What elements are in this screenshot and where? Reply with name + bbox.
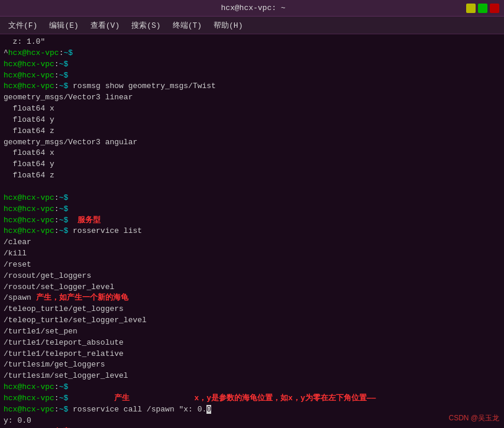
menu-help[interactable]: 帮助(H) xyxy=(208,18,248,33)
terminal-line: /turtle1/set_pen xyxy=(4,326,500,338)
minimize-button[interactable] xyxy=(466,4,476,13)
terminal-line: geometry_msgs/Vector3 linear xyxy=(4,92,500,103)
terminal-line: /reset xyxy=(4,260,500,271)
terminal-line: hcx@hcx-vpc:~$ xyxy=(4,193,500,204)
terminal-line: hcx@hcx-vpc:~$ 服务型 xyxy=(4,215,500,226)
terminal-line: hcx@hcx-vpc:~$ rosservice call /spawn "x… xyxy=(4,404,500,416)
terminal-line: float64 x xyxy=(4,148,500,159)
terminal-line: float64 z xyxy=(4,170,500,181)
close-button[interactable] xyxy=(490,4,499,13)
watermark: CSDN @吴玉龙 xyxy=(448,413,499,423)
terminal-line: geometry_msgs/Vector3 angular xyxy=(4,137,500,148)
terminal-line: /rosout/get_loggers xyxy=(4,271,500,282)
terminal-line: float64 z xyxy=(4,126,500,137)
terminal-line: float64 x xyxy=(4,103,500,115)
terminal-line: /spawn 产生，如产生一个新的海龟 xyxy=(4,293,500,304)
menu-terminal[interactable]: 终端(T) xyxy=(167,18,208,33)
terminal[interactable]: z: 1.0" ^hcx@hcx-vpc:~$ hcx@hcx-vpc:~$ h… xyxy=(0,34,504,428)
maximize-button[interactable] xyxy=(478,4,487,13)
menu-view[interactable]: 查看(V) xyxy=(85,18,125,33)
menu-edit[interactable]: 编辑(E) xyxy=(43,18,84,33)
titlebar-title: hcx@hcx-vpc: ~ xyxy=(40,4,466,12)
titlebar-controls[interactable] xyxy=(466,4,499,13)
terminal-line: /turtle1/teleport_absolute xyxy=(4,338,500,349)
terminal-line: /clear xyxy=(4,237,500,248)
terminal-line: /teleop_turtle/get_loggers xyxy=(4,304,500,315)
terminal-line: hcx@hcx-vpc:~$ xyxy=(4,382,500,393)
terminal-line: /turtlesim/get_loggers xyxy=(4,359,500,371)
terminal-line xyxy=(4,181,500,193)
terminal-line: /kill xyxy=(4,248,500,260)
terminal-line: float64 y xyxy=(4,159,500,170)
menubar: 文件(F) 编辑(E) 查看(V) 搜索(S) 终端(T) 帮助(H) xyxy=(0,17,504,34)
menu-search[interactable]: 搜索(S) xyxy=(125,18,166,33)
terminal-line: hcx@hcx-vpc:~$ xyxy=(4,70,500,82)
terminal-line: hcx@hcx-vpc:~$ xyxy=(4,59,500,70)
terminal-line: hcx@hcx-vpc:~$ rosservice list xyxy=(4,226,500,237)
terminal-line: z: 1.0" xyxy=(4,37,500,48)
terminal-line: hcx@hcx-vpc:~$ 产生 x，y是参数的海龟位置，如x，y为零在左下角… xyxy=(4,393,500,404)
terminal-line: /teleop_turtle/set_logger_level xyxy=(4,315,500,326)
terminal-line: /turtle1/teleport_relative xyxy=(4,349,500,360)
menu-file[interactable]: 文件(F) xyxy=(2,18,43,33)
terminal-line: ^hcx@hcx-vpc:~$ xyxy=(4,48,500,59)
terminal-line: hcx@hcx-vpc:~$ rosmsg show geometry_msgs… xyxy=(4,81,500,92)
terminal-line: /turtlesim/set_logger_level xyxy=(4,371,500,382)
titlebar: hcx@hcx-vpc: ~ xyxy=(0,0,504,17)
terminal-line: y: 0.0 xyxy=(4,416,500,427)
terminal-line: hcx@hcx-vpc:~$ xyxy=(4,204,500,215)
terminal-line: /rosout/set_logger_level xyxy=(4,282,500,293)
terminal-line: float64 y xyxy=(4,115,500,126)
